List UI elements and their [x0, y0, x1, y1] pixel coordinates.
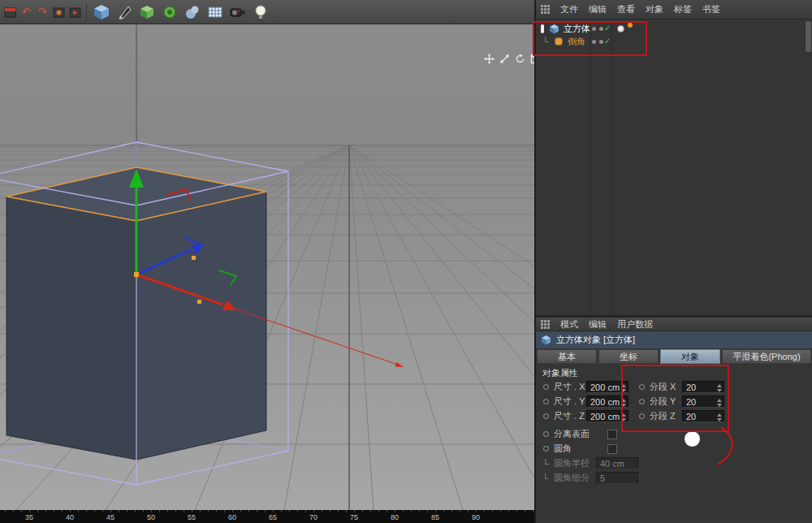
- editor-visibility-dot[interactable]: [592, 27, 596, 31]
- enabled-check-icon[interactable]: ✓: [604, 24, 611, 32]
- spinner[interactable]: [621, 413, 626, 421]
- menu-user-data[interactable]: 用户数据: [617, 318, 653, 331]
- spinner[interactable]: [717, 399, 722, 407]
- keyframe-toggle-icon[interactable]: [543, 446, 549, 452]
- array-tool-icon[interactable]: [205, 2, 226, 23]
- extrude-tool-icon[interactable]: [136, 2, 158, 23]
- menu-tags[interactable]: 标签: [674, 3, 692, 15]
- attribute-title: 立方体对象 [立方体]: [556, 334, 635, 346]
- menu-edit[interactable]: 编辑: [589, 318, 607, 331]
- size-y-field[interactable]: 200 cm: [586, 395, 628, 408]
- size-y-row: 尺寸 . Y 200 cm 分段 Y 20: [536, 395, 812, 408]
- ruler-number: 55: [188, 513, 196, 521]
- redo-icon[interactable]: ↷: [35, 2, 50, 22]
- rotate-icon[interactable]: [515, 54, 525, 64]
- spinner[interactable]: [621, 384, 626, 392]
- ruler-number: 85: [431, 513, 439, 521]
- menu-mode[interactable]: 模式: [560, 318, 578, 331]
- ruler-number: 35: [25, 513, 33, 521]
- keyframe-toggle-icon[interactable]: [543, 413, 549, 419]
- right-panel: 文件 编辑 查看 对象 标签 书签 立方体 ✓ └ 倒角: [534, 0, 812, 523]
- size-z-row: 尺寸 . Z 200 cm 分段 Z 20: [536, 409, 812, 423]
- segments-x-field[interactable]: 20: [682, 381, 724, 393]
- play-icon[interactable]: [67, 2, 82, 22]
- viewport-3d[interactable]: 网格间距：100 cm: [0, 24, 534, 510]
- keyframe-toggle-icon[interactable]: [543, 399, 549, 404]
- ruler-number: 60: [228, 513, 236, 521]
- zoom-icon[interactable]: [499, 54, 510, 64]
- cube-object-icon: [549, 24, 559, 34]
- fillet-radius-field: 40 cm: [596, 457, 638, 469]
- spinner[interactable]: [717, 384, 722, 392]
- segments-z-field[interactable]: 20: [682, 410, 724, 422]
- tree-branch-icon: └: [542, 459, 549, 469]
- separate-surfaces-checkbox[interactable]: [607, 430, 617, 439]
- keyframe-toggle-icon[interactable]: [543, 384, 549, 390]
- fillet-subdivision-row: └ 圆角细分 5: [536, 471, 812, 485]
- camera-tool-icon[interactable]: [227, 2, 248, 23]
- keyframe-toggle-icon[interactable]: [543, 431, 549, 437]
- ruler-number: 65: [269, 513, 277, 521]
- enabled-check-icon[interactable]: ✓: [604, 37, 611, 45]
- field-label: 分段 Y: [650, 395, 682, 408]
- render-visibility-dot[interactable]: [599, 40, 603, 44]
- c4d-window: ↶ ↷: [0, 0, 812, 523]
- attribute-title-bar: 立方体对象 [立方体]: [536, 331, 812, 348]
- object-row-bevel[interactable]: └ 倒角 ✓: [536, 35, 812, 48]
- selection-dot-icon: [628, 23, 633, 28]
- ruler-number: 70: [309, 513, 317, 521]
- menu-file[interactable]: 文件: [560, 3, 578, 15]
- render-visibility-dot[interactable]: [599, 27, 603, 31]
- panel-menu-grid-icon[interactable]: [541, 320, 550, 329]
- keyframe-toggle-icon[interactable]: [639, 399, 645, 404]
- menu-view[interactable]: 查看: [617, 3, 635, 15]
- keyframe-toggle-icon[interactable]: [639, 384, 645, 390]
- size-z-field[interactable]: 200 cm: [586, 410, 628, 422]
- tree-branch-icon: └: [542, 473, 549, 483]
- tab-phong[interactable]: 平滑着色(Phong): [722, 349, 811, 364]
- render-settings-icon[interactable]: [51, 2, 66, 22]
- field-label: 分离表面: [554, 428, 604, 440]
- ruler-number: 50: [147, 513, 155, 521]
- field-label: 圆角半径: [554, 457, 596, 469]
- editor-visibility-dot[interactable]: [592, 40, 596, 44]
- spinner[interactable]: [717, 413, 722, 421]
- section-object-properties: 对象属性: [542, 367, 578, 379]
- render-clapper-icon[interactable]: [2, 2, 17, 22]
- menu-edit[interactable]: 编辑: [589, 3, 607, 15]
- maximize-icon[interactable]: [530, 54, 534, 64]
- spinner[interactable]: [621, 399, 626, 407]
- object-row-cube[interactable]: 立方体 ✓: [536, 22, 812, 35]
- toolbar-separator: [86, 3, 87, 21]
- object-label: 倒角: [568, 36, 585, 48]
- tab-coordinates[interactable]: 坐标: [598, 349, 659, 364]
- pan-icon[interactable]: [484, 54, 495, 64]
- size-x-row: 尺寸 . X 200 cm 分段 X 20: [536, 380, 812, 394]
- timeline-ruler[interactable]: 35 40 45 50 55 60 65 70 75 80 85 90: [0, 510, 534, 523]
- fillet-checkbox[interactable]: [607, 444, 617, 454]
- segments-y-field[interactable]: 20: [682, 395, 724, 408]
- ruler-number: 80: [391, 513, 399, 521]
- object-manager-menubar: 文件 编辑 查看 对象 标签 书签: [536, 0, 812, 19]
- light-tool-icon[interactable]: [250, 2, 271, 23]
- collapse-handle-icon[interactable]: [541, 24, 544, 33]
- panel-menu-grid-icon[interactable]: [541, 5, 550, 14]
- cube-primitive-icon[interactable]: [91, 2, 112, 23]
- tab-basic[interactable]: 基本: [537, 349, 597, 364]
- cube-object-icon: [541, 335, 551, 345]
- menu-bookmarks[interactable]: 书签: [702, 3, 720, 15]
- tree-branch-icon: └: [542, 37, 549, 46]
- ruler-number: 45: [106, 513, 114, 521]
- scene-svg: [0, 24, 534, 510]
- field-label: 圆角: [554, 443, 604, 455]
- pen-tool-icon[interactable]: [114, 2, 135, 23]
- undo-icon[interactable]: ↶: [19, 2, 33, 22]
- modeling-tool-icon[interactable]: [159, 2, 180, 23]
- menu-object[interactable]: 对象: [646, 3, 663, 15]
- ruler-number: 75: [350, 513, 358, 521]
- keyframe-toggle-icon[interactable]: [639, 413, 645, 419]
- metaball-tool-icon[interactable]: [182, 2, 203, 23]
- phong-tag-icon[interactable]: [617, 25, 624, 32]
- tab-object[interactable]: 对象: [660, 349, 720, 364]
- size-x-field[interactable]: 200 cm: [586, 381, 628, 393]
